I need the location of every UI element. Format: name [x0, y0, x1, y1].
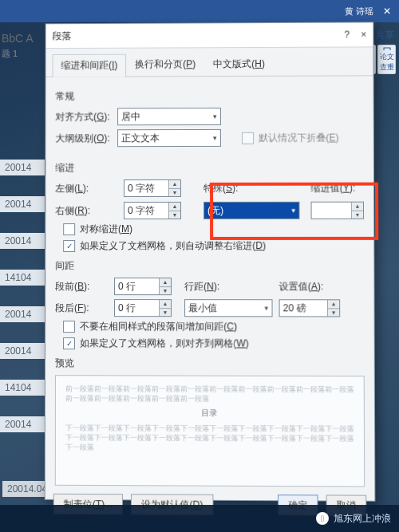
checkbox-snap-to-grid[interactable] [63, 337, 75, 349]
preview-box: 前一段落前一段落前一段落前一段落前一段落前一段落前一段落前一段落前一段落前一段落… [55, 375, 365, 487]
paragraph-dialog: 段落 ? × 缩进和间距(I) 换行和分页(P) 中文版式(H) 常规 对齐方式… [45, 22, 376, 501]
spin-indent-by[interactable]: ▲▼ [311, 202, 365, 219]
titlebar-user: 黄 诗瑶 [345, 6, 373, 18]
chevron-down-icon: ▾ [213, 134, 217, 142]
spin-buttons[interactable]: ▲▼ [159, 300, 171, 316]
tab-indent-spacing[interactable]: 缩进和间距(I) [53, 54, 127, 77]
document-check-icon [382, 47, 392, 50]
tool-thesis-check[interactable]: 论文 查重 [377, 45, 396, 74]
label-indent-left: 左侧(L): [55, 182, 113, 195]
dialog-close-button[interactable]: × [361, 29, 366, 40]
watermark-text: 旭东网上冲浪 [334, 512, 391, 526]
label-indent-right: 右侧(R): [55, 204, 113, 218]
label-alignment: 对齐方式(G): [55, 110, 113, 124]
spin-buttons[interactable]: ▲▼ [351, 203, 363, 219]
watermark-bar: 𓃠 旭东网上冲浪 [0, 505, 399, 532]
tab-asian-typography[interactable]: 中文版式(H) [204, 53, 274, 76]
preview-prev-text: 前一段落前一段落前一段落前一段落前一段落前一段落前一段落前一段落前一段落前一段落… [65, 384, 354, 404]
preview-current-text: 目录 [65, 408, 354, 420]
window-close-icon[interactable]: ✕ [381, 6, 393, 17]
chevron-down-icon: ▾ [213, 112, 217, 120]
app-titlebar: 黄 诗瑶 ✕ [0, 0, 399, 22]
combo-alignment[interactable]: 居中 ▾ [117, 108, 221, 125]
preview-next-text: 下一段落下一段落下一段落下一段落下一段落下一段落下一段落下一段落下一段落下一段落… [65, 424, 354, 454]
dialog-help-button[interactable]: ? [344, 30, 350, 41]
spin-space-before[interactable]: 0 行 ▲▼ [114, 278, 172, 295]
background-numbers: 20014 20014 20014 14104 20014 20014 1410… [0, 160, 45, 432]
section-general: 常规 [55, 89, 363, 103]
checkbox-no-space-same-style[interactable] [63, 321, 75, 333]
section-preview: 预览 [55, 357, 365, 371]
tab-line-page-breaks[interactable]: 换行和分页(P) [126, 53, 204, 76]
chevron-down-icon: ▾ [264, 304, 268, 312]
label-indent-by: 缩进值(Y): [310, 181, 375, 195]
svg-rect-1 [384, 48, 390, 50]
label-indent-special: 特殊(S): [203, 181, 299, 195]
combo-line-spacing[interactable]: 最小值 ▾ [184, 299, 272, 317]
spin-buttons[interactable]: ▲▼ [168, 203, 180, 219]
chevron-down-icon: ▾ [291, 207, 295, 215]
checkbox-auto-right-indent[interactable] [63, 240, 75, 252]
label-snap-to-grid: 如果定义了文档网格，则对齐到网格(W) [80, 337, 249, 350]
dialog-tabs: 缩进和间距(I) 换行和分页(P) 中文版式(H) [46, 47, 373, 77]
label-outline-level: 大纲级别(O): [55, 132, 113, 145]
label-collapse-default: 默认情况下折叠(E) [259, 131, 339, 144]
spin-space-after[interactable]: 0 行 ▲▼ [114, 299, 172, 317]
section-spacing: 间距 [55, 259, 364, 273]
paw-icon: 𓃠 [316, 512, 329, 525]
spin-buttons[interactable]: ▲▼ [327, 300, 339, 316]
label-no-space-same-style: 不要在相同样式的段落间增加间距(C) [80, 320, 237, 333]
spin-buttons[interactable]: ▲▼ [159, 278, 171, 294]
spin-buttons[interactable]: ▲▼ [168, 180, 180, 196]
dialog-titlebar: 段落 ? × [46, 22, 373, 49]
combo-indent-special[interactable]: (无) ▾ [203, 202, 299, 219]
label-space-before: 段前(B): [55, 280, 108, 294]
spin-indent-right[interactable]: 0 字符 ▲▼ [124, 202, 181, 219]
label-space-after: 段后(F): [55, 301, 108, 315]
label-mirror-indent: 对称缩进(M) [80, 223, 132, 236]
spin-indent-left[interactable]: 0 字符 ▲▼ [124, 179, 181, 197]
label-auto-right-indent: 如果定义了文档网格，则自动调整右缩进(D) [80, 239, 266, 253]
background-fragment: BbC A 题 1 [2, 32, 34, 60]
section-indent: 缩进 [55, 161, 364, 175]
checkbox-mirror-indent[interactable] [63, 223, 75, 235]
checkbox-collapse-default[interactable] [242, 132, 254, 144]
label-line-at: 设置值(A): [279, 280, 352, 294]
label-line-spacing: 行距(N): [184, 280, 272, 294]
spin-line-at[interactable]: 20 磅 ▲▼ [279, 299, 341, 317]
dialog-title: 段落 [53, 30, 72, 43]
combo-outline-level[interactable]: 正文文本 ▾ [117, 129, 221, 147]
